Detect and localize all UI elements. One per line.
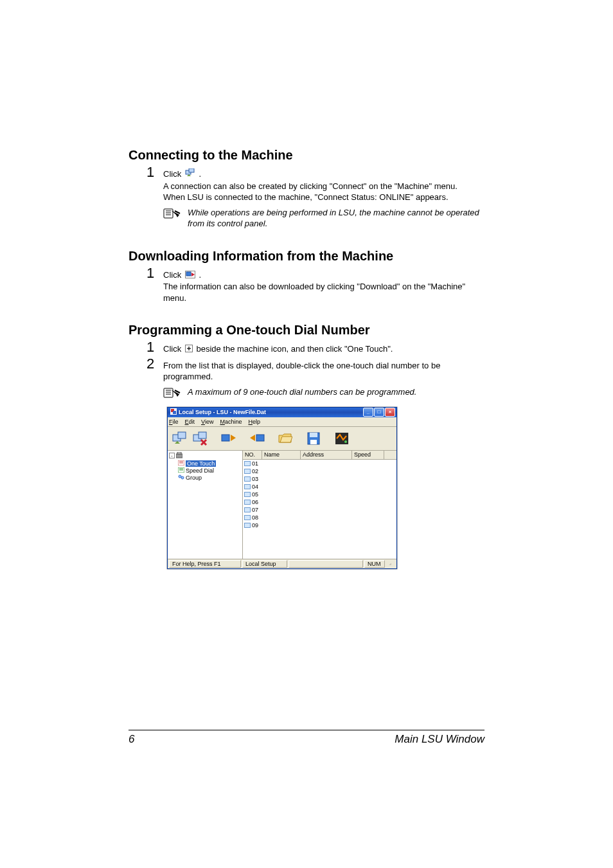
step-number-1: 1 — [147, 340, 161, 354]
svg-line-43 — [391, 565, 391, 565]
list-item[interactable]: 02 — [243, 467, 396, 475]
note-icon — [163, 388, 182, 401]
svg-point-40 — [181, 476, 184, 479]
svg-rect-17 — [173, 411, 176, 414]
note-text: A maximum of 9 one-touch dial numbers ca… — [188, 386, 484, 398]
plus-icon — [185, 344, 193, 356]
svg-rect-2 — [164, 209, 173, 218]
heading-connecting: Connecting to the Machine — [129, 148, 484, 163]
list-item[interactable]: 05 — [243, 491, 396, 498]
svg-rect-28 — [310, 440, 317, 444]
toolbar — [168, 427, 396, 451]
speed-dial-icon — [178, 467, 184, 474]
menu-edit[interactable]: Edit — [185, 419, 195, 425]
list-item[interactable]: 07 — [243, 506, 396, 514]
step-text: Click beside the machine icon, and then … — [163, 343, 484, 355]
status-help: For Help, Press F1 — [169, 560, 241, 568]
app-icon — [170, 408, 177, 416]
toolbar-disconnect-button[interactable] — [191, 429, 210, 448]
note-icon — [163, 208, 182, 221]
tree-one-touch[interactable]: One Touch — [178, 460, 241, 467]
minus-icon[interactable]: - — [169, 453, 175, 458]
status-empty — [289, 560, 363, 568]
toolbar-upload-button[interactable] — [219, 429, 238, 448]
status-mode: Local Setup — [242, 560, 287, 568]
svg-rect-24 — [222, 435, 229, 441]
tree-view[interactable]: - One Touch Speed Dial — [168, 451, 243, 559]
heading-downloading: Downloading Information from the Machine — [129, 249, 484, 264]
column-speed[interactable]: Speed — [352, 451, 384, 459]
lsu-window: Local Setup - LSU - NewFile.Dat _ □ × Fi… — [167, 407, 397, 569]
toolbar-open-button[interactable] — [276, 429, 295, 448]
menu-help[interactable]: Help — [248, 419, 260, 425]
list-item[interactable]: 04 — [243, 483, 396, 491]
step-text: Click . — [163, 168, 484, 181]
minimize-button[interactable]: _ — [363, 408, 373, 417]
entry-icon — [244, 507, 251, 512]
footer-rule — [129, 730, 484, 730]
entry-icon — [244, 476, 251, 482]
svg-rect-19 — [178, 432, 186, 439]
toolbar-settings-button[interactable] — [332, 429, 351, 448]
entry-icon — [244, 461, 251, 466]
svg-rect-25 — [256, 435, 264, 441]
page-number: 6 — [129, 733, 134, 746]
entry-icon — [244, 469, 251, 474]
machine-icon — [176, 452, 182, 460]
tree-speed-dial[interactable]: Speed Dial — [178, 467, 241, 474]
note-text: While operations are being performed in … — [188, 207, 484, 230]
svg-point-30 — [344, 440, 347, 443]
entry-icon — [244, 500, 251, 505]
toolbar-download-button[interactable] — [247, 429, 267, 448]
step-text: From the list that is displayed, double-… — [163, 360, 484, 383]
menu-file[interactable]: File — [169, 419, 179, 425]
column-name[interactable]: Name — [262, 451, 301, 459]
step-text: A connection can also be created by clic… — [163, 181, 484, 192]
list-item[interactable]: 08 — [243, 514, 396, 521]
step-number-1: 1 — [147, 165, 161, 179]
resize-grip[interactable] — [386, 560, 394, 568]
svg-rect-31 — [176, 454, 182, 458]
svg-rect-27 — [310, 433, 317, 437]
list-item[interactable]: 01 — [243, 460, 396, 467]
tree-group[interactable]: Group — [178, 475, 241, 481]
step-number-1: 1 — [147, 266, 161, 280]
svg-rect-21 — [199, 432, 206, 439]
entry-icon — [244, 515, 251, 520]
entry-icon — [244, 492, 251, 497]
entry-icon — [244, 523, 251, 528]
step-text: Click . — [163, 269, 484, 281]
step-text: When LSU is connected to the machine, "C… — [163, 192, 484, 203]
list-item[interactable]: 03 — [243, 475, 396, 483]
toolbar-save-button[interactable] — [304, 429, 323, 448]
column-no[interactable]: NO. — [243, 451, 262, 459]
list-item[interactable]: 06 — [243, 498, 396, 506]
titlebar[interactable]: Local Setup - LSU - NewFile.Dat _ □ × — [168, 408, 396, 417]
list-item[interactable]: 09 — [243, 521, 396, 529]
menu-machine[interactable]: Machine — [220, 419, 242, 425]
entry-icon — [244, 484, 251, 489]
tree-root[interactable]: - — [169, 452, 241, 460]
maximize-button[interactable]: □ — [374, 408, 384, 417]
step-text: The information can also be downloaded b… — [163, 281, 484, 303]
step-number-2: 2 — [147, 357, 161, 371]
status-num: NUM — [364, 560, 385, 568]
svg-point-39 — [179, 475, 181, 478]
svg-rect-7 — [186, 272, 191, 276]
group-icon — [178, 475, 184, 481]
download-icon — [185, 270, 195, 282]
toolbar-connect-button[interactable] — [170, 429, 190, 448]
svg-rect-1 — [189, 168, 194, 172]
connect-icon — [185, 168, 195, 181]
svg-rect-11 — [164, 388, 173, 397]
list-view[interactable]: NO. Name Address Speed 01020304050607080… — [243, 451, 396, 559]
svg-rect-32 — [177, 452, 181, 454]
menu-view[interactable]: View — [201, 419, 213, 425]
column-address[interactable]: Address — [301, 451, 352, 459]
one-touch-icon — [178, 460, 184, 467]
page-title: Main LSU Window — [395, 733, 484, 746]
close-button[interactable]: × — [385, 408, 395, 417]
statusbar: For Help, Press F1 Local Setup NUM — [168, 559, 396, 568]
menubar: File Edit View Machine Help — [168, 417, 396, 427]
list-header[interactable]: NO. Name Address Speed — [243, 451, 396, 460]
